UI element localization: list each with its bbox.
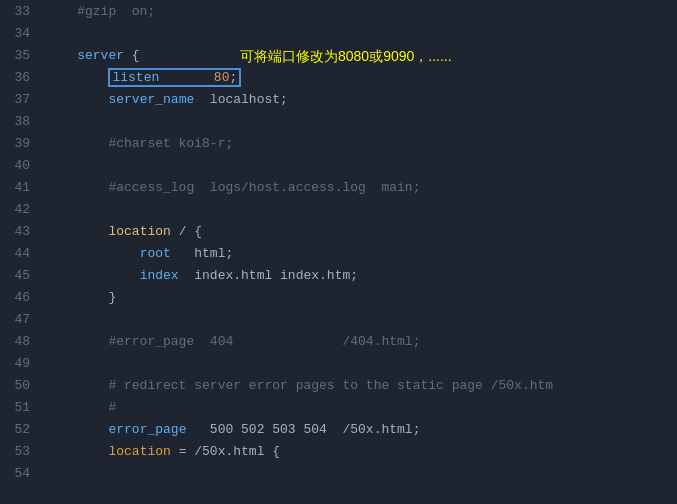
line-43: 43 location / {	[0, 220, 677, 242]
line-content-33: #gzip on;	[42, 4, 677, 19]
line-content-51: #	[42, 400, 677, 415]
line-num-52: 52	[0, 422, 42, 437]
line-50: 50 # redirect server error pages to the …	[0, 374, 677, 396]
line-num-33: 33	[0, 4, 42, 19]
annotation-text: 可将端口修改为8080或9090，......	[240, 48, 452, 66]
line-content-36: listen 80;	[42, 68, 677, 87]
line-38: 38	[0, 110, 677, 132]
line-num-44: 44	[0, 246, 42, 261]
line-content-37: server_name localhost;	[42, 92, 677, 107]
line-54: 54	[0, 462, 677, 484]
line-num-49: 49	[0, 356, 42, 371]
line-content-44: root html;	[42, 246, 677, 261]
line-53: 53 location = /50x.html {	[0, 440, 677, 462]
line-42: 42	[0, 198, 677, 220]
line-48: 48 #error_page 404 /404.html;	[0, 330, 677, 352]
line-num-47: 47	[0, 312, 42, 327]
line-content-48: #error_page 404 /404.html;	[42, 334, 677, 349]
line-40: 40	[0, 154, 677, 176]
line-content-39: #charset koi8-r;	[42, 136, 677, 151]
line-41: 41 #access_log logs/host.access.log main…	[0, 176, 677, 198]
code-editor: 可将端口修改为8080或9090，...... 33 #gzip on; 34 …	[0, 0, 677, 504]
line-46: 46 }	[0, 286, 677, 308]
line-45: 45 index index.html index.htm;	[0, 264, 677, 286]
line-num-39: 39	[0, 136, 42, 151]
line-num-46: 46	[0, 290, 42, 305]
line-content-52: error_page 500 502 503 504 /50x.html;	[42, 422, 677, 437]
line-content-43: location / {	[42, 224, 677, 239]
line-num-51: 51	[0, 400, 42, 415]
line-num-40: 40	[0, 158, 42, 173]
line-39: 39 #charset koi8-r;	[0, 132, 677, 154]
line-num-54: 54	[0, 466, 42, 481]
line-44: 44 root html;	[0, 242, 677, 264]
line-num-50: 50	[0, 378, 42, 393]
line-num-38: 38	[0, 114, 42, 129]
code-lines: 33 #gzip on; 34 35 server { 36 listen 80…	[0, 0, 677, 484]
line-num-35: 35	[0, 48, 42, 63]
line-num-53: 53	[0, 444, 42, 459]
line-49: 49	[0, 352, 677, 374]
line-content-53: location = /50x.html {	[42, 444, 677, 459]
line-content-41: #access_log logs/host.access.log main;	[42, 180, 677, 195]
line-47: 47	[0, 308, 677, 330]
line-num-36: 36	[0, 70, 42, 85]
line-num-43: 43	[0, 224, 42, 239]
line-33: 33 #gzip on;	[0, 0, 677, 22]
line-num-48: 48	[0, 334, 42, 349]
line-content-50: # redirect server error pages to the sta…	[42, 378, 677, 393]
line-content-45: index index.html index.htm;	[42, 268, 677, 283]
line-num-34: 34	[0, 26, 42, 41]
line-37: 37 server_name localhost;	[0, 88, 677, 110]
line-content-46: }	[42, 290, 677, 305]
line-52: 52 error_page 500 502 503 504 /50x.html;	[0, 418, 677, 440]
line-num-41: 41	[0, 180, 42, 195]
line-num-45: 45	[0, 268, 42, 283]
line-num-42: 42	[0, 202, 42, 217]
line-34: 34	[0, 22, 677, 44]
line-36: 36 listen 80;	[0, 66, 677, 88]
line-num-37: 37	[0, 92, 42, 107]
line-51: 51 #	[0, 396, 677, 418]
